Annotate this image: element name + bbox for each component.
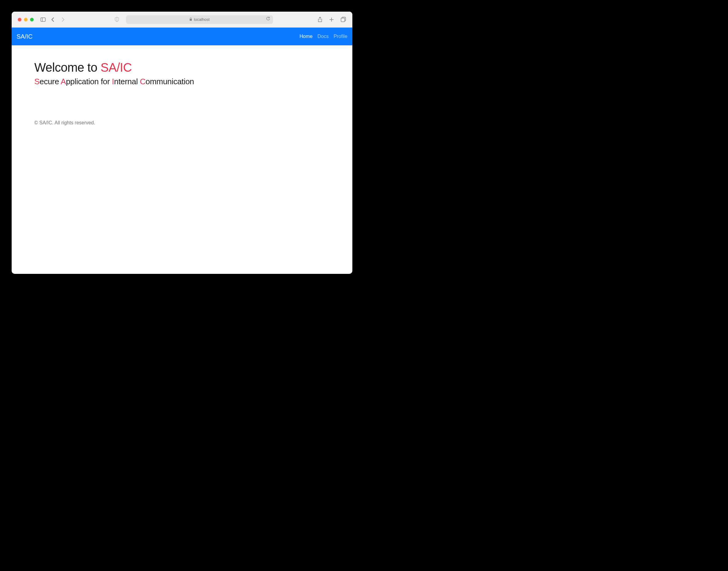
close-window-button[interactable] — [18, 18, 21, 21]
sidebar-toggle-icon[interactable] — [40, 16, 46, 23]
forward-button-icon[interactable] — [60, 16, 66, 23]
maximize-window-button[interactable] — [30, 18, 34, 21]
subtitle-s-rest: ecure — [39, 77, 61, 86]
svg-rect-3 — [190, 19, 192, 21]
nav-links: Home Docs Profile — [300, 34, 348, 39]
nav-link-profile[interactable]: Profile — [334, 34, 347, 39]
brand-logo[interactable]: SA/IC — [16, 33, 32, 40]
svg-rect-6 — [341, 18, 345, 22]
title-accent: SA/IC — [101, 61, 132, 74]
minimize-window-button[interactable] — [24, 18, 27, 21]
back-button-icon[interactable] — [49, 16, 56, 23]
browser-chrome: localhost — [12, 12, 352, 27]
refresh-icon[interactable] — [266, 17, 270, 22]
subtitle-s: S — [34, 77, 39, 86]
nav-link-home[interactable]: Home — [300, 34, 313, 39]
page-subtitle: Secure Application for Internal Communic… — [34, 77, 330, 86]
subtitle-c-rest: ommunication — [145, 77, 194, 86]
tabs-overview-icon[interactable] — [340, 16, 346, 23]
main-content: Welcome to SA/IC Secure Application for … — [12, 45, 352, 126]
address-bar[interactable]: localhost — [126, 15, 273, 24]
browser-window: localhost — [12, 12, 352, 274]
subtitle-c: C — [140, 77, 145, 86]
footer-copyright: © SA/IC. All rights reserved. — [34, 120, 330, 126]
svg-rect-0 — [41, 18, 45, 21]
new-tab-icon[interactable] — [328, 16, 335, 23]
privacy-shield-icon[interactable] — [114, 16, 120, 23]
subtitle-i-rest: nternal — [114, 77, 140, 86]
url-host-text: localhost — [194, 17, 210, 22]
share-icon[interactable] — [317, 16, 323, 23]
title-prefix: Welcome to — [34, 61, 101, 74]
page-title: Welcome to SA/IC — [34, 61, 330, 75]
lock-icon — [189, 17, 192, 22]
window-controls — [18, 18, 34, 21]
subtitle-a: A — [61, 77, 66, 86]
nav-link-docs[interactable]: Docs — [317, 34, 328, 39]
app-navbar: SA/IC Home Docs Profile — [12, 27, 352, 45]
subtitle-a-rest: pplication for — [66, 77, 112, 86]
